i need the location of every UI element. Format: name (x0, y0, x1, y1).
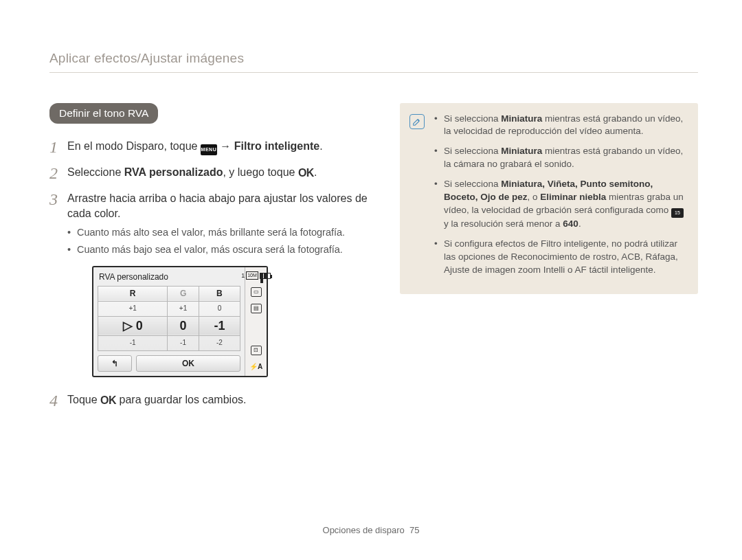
step4-after: para guardar los cambios. (120, 394, 247, 405)
triangle-right-icon: ▷ (123, 319, 133, 333)
cell-selected[interactable]: 0 (168, 316, 199, 335)
ok-button[interactable]: OK (136, 355, 240, 372)
cell[interactable]: -1 (168, 335, 199, 350)
flash-auto-icon: ⚡A (249, 362, 262, 372)
menu-icon: MENU (201, 144, 217, 155)
step1-arrow: → (220, 140, 234, 152)
step1-text-before: En el modo Disparo, toque (67, 140, 201, 152)
step2-end: . (314, 166, 317, 178)
step1-bold: Filtro inteligente (234, 140, 319, 152)
cell[interactable]: 0 (199, 301, 240, 316)
col-g: G (168, 286, 199, 301)
page-footer: Opciones de disparo 75 (0, 524, 742, 537)
resolution-icon: 10M (246, 271, 258, 280)
cell[interactable]: +1 (168, 301, 199, 316)
cell[interactable]: -2 (199, 335, 240, 350)
ok-icon: OK (298, 166, 314, 181)
step3-sub2: Cuanto más bajo sea el valor, más oscura… (67, 243, 372, 256)
size-icon: ▭ (251, 287, 262, 297)
note-item: Si selecciona Miniatura mientras está gr… (434, 145, 686, 171)
note-item: Si configura efectos de Filtro inteligen… (434, 238, 686, 277)
step2-text-before: Seleccione (67, 166, 124, 178)
footer-section: Opciones de disparo (323, 525, 405, 535)
framerate-icon: 15 (671, 208, 684, 218)
pencil-note-icon (409, 114, 425, 129)
cell[interactable]: -1 (98, 335, 168, 350)
af-icon: ⊡ (251, 346, 262, 355)
step3-sub1: Cuanto más alto sea el valor, más brilla… (67, 225, 372, 239)
section-pill: Definir el tono RVA (49, 103, 158, 124)
step4-before: Toque (67, 394, 100, 405)
cell-selected[interactable]: -1 (199, 316, 240, 335)
cell[interactable]: +1 (98, 301, 168, 316)
col-r: R (98, 286, 168, 301)
col-b: B (199, 286, 240, 301)
rgb-table: R G B +1 +1 0 (98, 286, 240, 351)
step-4: Toque OK para guardar los cambios. (49, 392, 372, 408)
note-item: Si selecciona Miniatura, Viñeta, Punto s… (434, 178, 686, 231)
val: 0 (136, 319, 143, 333)
battery-icon (260, 273, 271, 279)
mode-icon: ▤ (251, 304, 262, 313)
step2-bold: RVA personalizado (124, 166, 223, 178)
step-2: Seleccione RVA personalizado, y luego to… (49, 165, 372, 181)
step-3: Arrastre hacia arriba o hacia abajo para… (49, 191, 372, 377)
shot-count: 1 (241, 271, 245, 280)
ok-icon: OK (100, 393, 116, 408)
back-button[interactable]: ↰ (98, 355, 132, 372)
screen-title: RVA personalizado (98, 270, 240, 286)
step2-after: , y luego toque (223, 166, 297, 178)
page-number: 75 (409, 525, 419, 535)
note-callout: Si selecciona Miniatura mientras está gr… (400, 103, 698, 295)
breadcrumb: Aplicar efectos/Ajustar imágenes (49, 49, 698, 73)
note-item: Si selecciona Miniatura mientras está gr… (434, 113, 686, 139)
step3-text: Arrastre hacia arriba o hacia abajo para… (67, 191, 372, 222)
step1-end: . (319, 140, 322, 152)
step-1: En el modo Disparo, toque MENU → Filtro … (49, 139, 372, 155)
cell-selected[interactable]: ▷ 0 (98, 316, 168, 335)
camera-screen: RVA personalizado R G B +1 (92, 266, 268, 377)
